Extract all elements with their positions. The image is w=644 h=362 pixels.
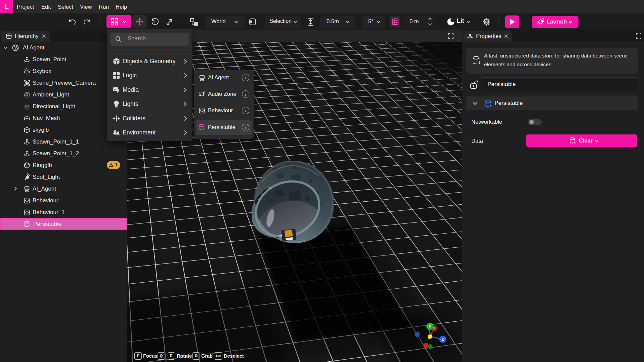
svg-text:Z: Z: [441, 337, 444, 342]
svg-text:Y: Y: [428, 324, 431, 329]
